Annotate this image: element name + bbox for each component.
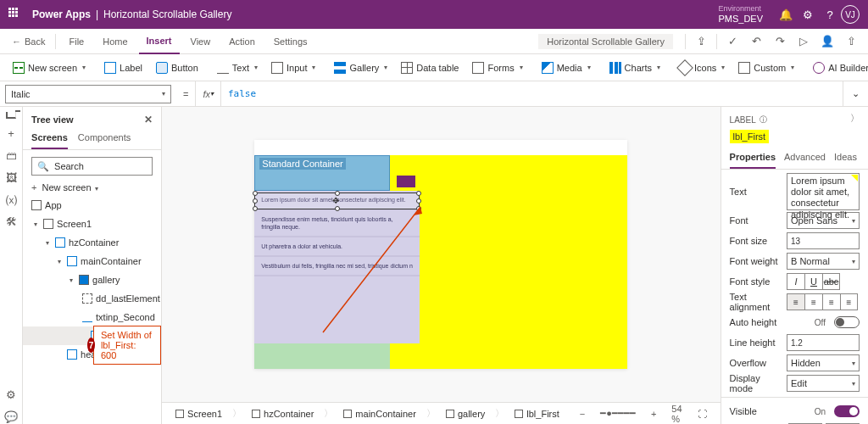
props-control-name[interactable]: lbl_First (730, 130, 770, 143)
insert-button[interactable]: Button (150, 58, 204, 78)
advanced-tools-icon[interactable]: 🛠 (4, 215, 18, 229)
italic-toggle[interactable]: I (787, 273, 804, 290)
visible-toggle[interactable] (834, 405, 860, 417)
tab-view[interactable]: View (183, 29, 219, 54)
insert-input[interactable]: Input (265, 58, 321, 78)
tab-action[interactable]: Action (221, 29, 263, 54)
tab-components[interactable]: Components (78, 129, 131, 149)
help-icon[interactable]: ? (819, 8, 841, 21)
back-button[interactable]: Back (7, 36, 50, 47)
fontweight-select[interactable]: B Normal (787, 253, 860, 270)
new-screen-button[interactable]: New screen (7, 58, 92, 78)
document-name[interactable]: Horizontal Scrollable Gallery (538, 34, 673, 49)
autoheight-toggle[interactable] (834, 316, 860, 328)
tree-item-hzcontainer[interactable]: ▾hzContainer (23, 233, 161, 252)
underline-toggle[interactable]: U (804, 273, 822, 290)
tab-ideas[interactable]: Ideas (834, 148, 857, 169)
tree-item-gallery[interactable]: ▾gallery (23, 271, 161, 289)
close-icon[interactable]: ✕ (144, 114, 153, 126)
tree-view-icon[interactable] (6, 112, 16, 119)
displaymode-select[interactable]: Edit (787, 375, 860, 392)
resize-handle[interactable] (253, 191, 258, 196)
bc-lblfirst[interactable]: lbl_First (509, 409, 565, 419)
ai-builder[interactable]: AI Builder (807, 58, 868, 78)
share-icon[interactable]: ⇪ (691, 35, 711, 47)
insert-label[interactable]: Label (98, 58, 148, 78)
insert-forms[interactable]: Forms (466, 58, 528, 78)
settings-rail-icon[interactable]: ⚙ (4, 388, 18, 402)
zoom-track[interactable]: ━●━━━━ (595, 408, 641, 419)
formula-input[interactable]: false (221, 88, 843, 99)
checker-icon[interactable]: ✓ (722, 35, 743, 47)
preview-icon[interactable]: 👤 (817, 35, 837, 47)
insert-text[interactable]: Text (211, 58, 264, 78)
tree-item-app[interactable]: App (23, 196, 161, 215)
property-selector[interactable]: Italic (5, 85, 171, 103)
insert-icons[interactable]: Icons (673, 58, 731, 78)
zoom-in-icon[interactable]: + (646, 409, 661, 419)
tree-title: Tree view (31, 114, 74, 125)
resize-handle[interactable] (335, 206, 340, 211)
tab-file[interactable]: File (61, 29, 92, 54)
align-left[interactable]: ≡ (787, 293, 804, 310)
align-right[interactable]: ≡ (822, 293, 840, 310)
environment-picker[interactable]: Environment PMS_DEV (718, 5, 763, 24)
search-input[interactable]: 🔍Search (31, 157, 153, 176)
data-icon[interactable]: 🗃 (4, 149, 18, 163)
strike-toggle[interactable]: abc (822, 273, 840, 290)
overflow-select[interactable]: Hidden (787, 354, 860, 371)
align-center[interactable]: ≡ (804, 293, 822, 310)
tree-item-ddlast[interactable]: dd_lastElement (23, 289, 161, 308)
insert-pane-icon[interactable]: + (4, 127, 18, 141)
redo-icon[interactable]: ↷ (770, 35, 790, 47)
tab-settings[interactable]: Settings (266, 29, 315, 54)
step-badge: 7 (87, 338, 95, 353)
play-icon[interactable]: ▷ (793, 35, 814, 47)
move-icon[interactable]: ✥ (332, 196, 339, 205)
text-input[interactable]: Lorem ipsum dolor sit amet, consectetur … (787, 173, 860, 210)
variables-icon[interactable]: ⒳ (4, 193, 18, 207)
fit-icon[interactable]: ⛶ (693, 409, 712, 419)
ask-icon[interactable]: 💬 (4, 410, 18, 424)
tab-advanced[interactable]: Advanced (784, 148, 826, 169)
bc-maincontainer[interactable]: mainContainer (338, 409, 421, 419)
settings-icon[interactable]: ⚙ (797, 8, 819, 21)
undo-icon[interactable]: ↶ (746, 35, 766, 47)
resize-handle[interactable] (253, 198, 258, 204)
text-icon (217, 62, 229, 74)
align-justify[interactable]: ≡ (840, 293, 858, 310)
insert-datatable[interactable]: Data table (395, 58, 465, 78)
bc-gallery[interactable]: gallery (441, 409, 490, 419)
container-icon (55, 237, 65, 248)
fontsize-input[interactable] (787, 232, 860, 249)
zoom-out-icon[interactable]: − (575, 409, 590, 419)
insert-gallery[interactable]: Gallery (328, 58, 393, 78)
expand-formula-icon[interactable]: ⌄ (843, 81, 868, 106)
avatar[interactable]: VJ (841, 5, 860, 24)
insert-media[interactable]: Media (536, 58, 597, 78)
breadcrumb: Screen1〉 hzContainer〉 mainContainer〉 gal… (162, 402, 721, 424)
bc-hzcontainer[interactable]: hzContainer (247, 409, 319, 419)
new-screen-link[interactable]: New screen (23, 179, 161, 196)
chevron-right-icon[interactable]: 〉 (842, 107, 868, 130)
fx-icon[interactable]: fx▾ (195, 81, 221, 106)
tab-insert[interactable]: Insert (139, 29, 180, 54)
insert-charts[interactable]: Charts (604, 58, 666, 78)
lineheight-input[interactable] (787, 334, 860, 351)
gallery-icon (446, 410, 454, 418)
tab-screens[interactable]: Screens (31, 129, 68, 149)
tree-item-maincontainer[interactable]: ▾mainContainer (23, 252, 161, 271)
tree-item-screen1[interactable]: ▾Screen1 (23, 215, 161, 233)
insert-custom[interactable]: Custom (732, 58, 800, 78)
notification-icon[interactable]: 🔔 (775, 8, 797, 21)
tab-home[interactable]: Home (95, 29, 135, 54)
canvas-stage[interactable]: Standard Container Lorem ipsum dolor sit… (254, 140, 627, 369)
media-pane-icon[interactable]: 🖼 (4, 171, 18, 185)
waffle-icon[interactable] (8, 8, 22, 21)
callout-text: Set Width of lbl_First: 600 (93, 326, 161, 365)
tree-item-txtinp[interactable]: txtinp_Second (23, 308, 161, 326)
tab-properties[interactable]: Properties (730, 148, 776, 169)
publish-icon[interactable]: ⇧ (841, 35, 861, 47)
selected-control[interactable]: ✥ (254, 192, 420, 209)
bc-screen1[interactable]: Screen1 (170, 409, 227, 419)
